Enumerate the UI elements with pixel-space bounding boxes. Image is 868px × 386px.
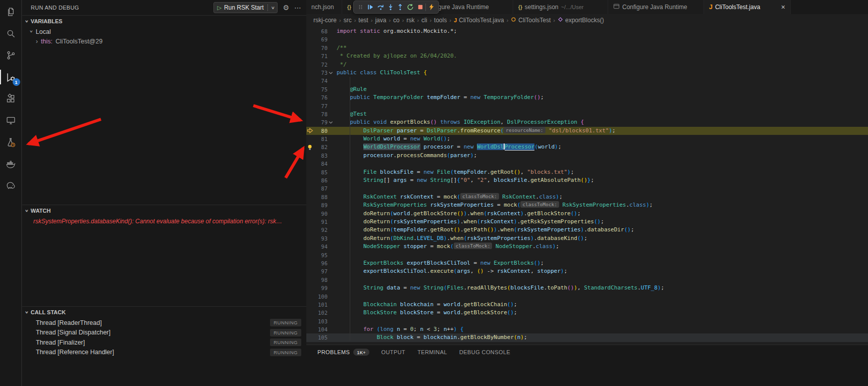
- code-text[interactable]: String[] args = new String[]{"0", "2", b…: [334, 176, 868, 184]
- line-number[interactable]: 94: [313, 243, 328, 251]
- line-number[interactable]: 79: [313, 118, 328, 126]
- breadcrumb-item[interactable]: java: [375, 17, 386, 24]
- tab-nch.json[interactable]: nch.json: [306, 0, 342, 14]
- line-number[interactable]: 70: [313, 44, 328, 52]
- line-number[interactable]: 78: [313, 110, 328, 118]
- code-text[interactable]: [334, 102, 868, 110]
- line-number[interactable]: 82: [313, 143, 328, 151]
- code-text[interactable]: DslParser parser = DslParser.fromResourc…: [334, 127, 868, 135]
- line-number[interactable]: 84: [313, 160, 328, 168]
- code-text[interactable]: ExportBlocks exportBlocksCliTool = new E…: [334, 259, 868, 267]
- watch-expression[interactable]: rskSystemProperties.databaseKind(): Cann…: [22, 216, 306, 225]
- line-number[interactable]: 91: [313, 218, 328, 226]
- line-number[interactable]: 76: [313, 93, 328, 102]
- tab-Configure Java Runtime[interactable]: Configure Java Runtime: [608, 0, 704, 14]
- breadcrumb-item[interactable]: cli: [421, 17, 427, 24]
- line-number[interactable]: 97: [313, 267, 328, 275]
- line-number[interactable]: 99: [313, 284, 328, 292]
- line-number[interactable]: 72: [313, 61, 328, 69]
- variables-section-header[interactable]: ∨ VARIABLES: [22, 16, 306, 27]
- debug-pointer-icon[interactable]: [306, 127, 313, 135]
- hot-code-replace-button[interactable]: [427, 2, 436, 12]
- code-text[interactable]: @Rule: [334, 85, 868, 93]
- line-number[interactable]: 105: [313, 333, 328, 342]
- search-icon[interactable]: [0, 23, 22, 44]
- code-text[interactable]: Blockchain blockchain = world.getBlockCh…: [334, 301, 868, 309]
- lightbulb-icon[interactable]: [306, 143, 313, 151]
- chevron-down-icon[interactable]: ∨: [270, 6, 275, 10]
- breadcrumb-item[interactable]: CliToolsTest: [511, 17, 551, 24]
- line-number[interactable]: 104: [313, 325, 328, 333]
- code-text[interactable]: NodeStopper stopper = mock(classToMock: …: [334, 243, 868, 251]
- fold-icon[interactable]: [328, 118, 334, 126]
- call-stack-section-header[interactable]: ∨ CALL STACK: [22, 307, 306, 318]
- testing-icon[interactable]: [0, 131, 22, 153]
- code-text[interactable]: [334, 293, 868, 301]
- code-text[interactable]: processor.processCommands(parser);: [334, 152, 868, 160]
- code-text[interactable]: String data = new String(Files.readAllBy…: [334, 284, 868, 292]
- step-into-button[interactable]: [386, 2, 395, 12]
- line-number[interactable]: 77: [313, 102, 328, 110]
- code-text[interactable]: [334, 251, 868, 259]
- drag-handle-button[interactable]: [356, 2, 365, 12]
- code-text[interactable]: Block block = blockchain.getBlockByNumbe…: [334, 333, 868, 342]
- line-number[interactable]: 102: [313, 309, 328, 317]
- line-number[interactable]: 103: [313, 317, 328, 325]
- breadcrumb-item[interactable]: tools: [434, 17, 447, 24]
- line-number[interactable]: 88: [313, 193, 328, 201]
- variables-scope-row[interactable]: ∨ Local: [22, 27, 306, 36]
- call-stack-row[interactable]: Thread [Reference Handler]RUNNING: [22, 348, 306, 358]
- line-number[interactable]: 74: [313, 77, 328, 85]
- source-control-icon[interactable]: [0, 44, 22, 66]
- tab-settings.json[interactable]: {}settings.json~/.../User: [513, 0, 608, 14]
- line-number[interactable]: 75: [313, 85, 328, 93]
- code-text[interactable]: public class CliToolsTest {: [334, 69, 868, 77]
- code-text[interactable]: File blocksFile = new File(tempFolder.ge…: [334, 168, 868, 176]
- gear-icon[interactable]: ⚙: [283, 4, 289, 12]
- fold-icon[interactable]: [328, 69, 334, 77]
- code-editor[interactable]: 68import static org.mockito.Mockito.*;69…: [306, 26, 868, 345]
- code-text[interactable]: public void exportBlocks() throws IOExce…: [334, 118, 868, 126]
- code-text[interactable]: [334, 77, 868, 85]
- code-text[interactable]: RskSystemProperties rskSystemProperties …: [334, 201, 868, 209]
- line-number[interactable]: 80: [313, 127, 328, 135]
- breadcrumb-item[interactable]: test: [358, 17, 368, 24]
- panel-tab-terminal[interactable]: TERMINAL: [417, 349, 447, 355]
- code-text[interactable]: @Test: [334, 110, 868, 118]
- line-number[interactable]: 87: [313, 184, 328, 192]
- code-text[interactable]: doReturn(world.getBlockStore()).when(rsk…: [334, 210, 868, 218]
- line-number[interactable]: 86: [313, 176, 328, 184]
- line-number[interactable]: 93: [313, 234, 328, 243]
- code-text[interactable]: public TemporaryFolder tempFolder = new …: [334, 93, 868, 102]
- breadcrumb-item[interactable]: JCliToolsTest.java: [454, 17, 504, 24]
- restart-button[interactable]: [406, 2, 415, 12]
- code-text[interactable]: exportBlocksCliTool.execute(args, () -> …: [334, 267, 868, 275]
- code-text[interactable]: doReturn(DbKind.LEVEL_DB).when(rskSystem…: [334, 234, 868, 243]
- tab-CliToolsTest.java[interactable]: JCliToolsTest.java×: [704, 0, 791, 14]
- code-text[interactable]: */: [334, 61, 868, 69]
- close-icon[interactable]: ×: [781, 4, 785, 11]
- line-number[interactable]: 90: [313, 210, 328, 218]
- call-stack-row[interactable]: Thread [Finalizer]RUNNING: [22, 337, 306, 348]
- line-number[interactable]: 71: [313, 52, 328, 60]
- step-over-button[interactable]: [376, 2, 385, 12]
- run-debug-icon[interactable]: 1: [0, 66, 22, 88]
- breadcrumb-item[interactable]: exportBlocks(): [558, 17, 604, 24]
- run-config-button[interactable]: ▷ Run RSK Start ∨: [213, 2, 278, 13]
- line-number[interactable]: 95: [313, 251, 328, 259]
- code-text[interactable]: * Created by ajlopez on 26/04/2020.: [334, 52, 868, 60]
- glyph-margin[interactable]: [306, 118, 313, 126]
- watch-section-header[interactable]: ∨ WATCH: [22, 205, 306, 216]
- call-stack-row[interactable]: Thread [ReaderThread]RUNNING: [22, 318, 306, 328]
- line-number[interactable]: 89: [313, 201, 328, 209]
- line-number[interactable]: 73: [313, 69, 328, 77]
- line-number[interactable]: 83: [313, 152, 328, 160]
- panel-tab-problems[interactable]: PROBLEMS1K+: [317, 349, 369, 356]
- continue-button[interactable]: [366, 2, 375, 12]
- line-number[interactable]: 100: [313, 293, 328, 301]
- line-number[interactable]: 96: [313, 259, 328, 267]
- line-number[interactable]: 101: [313, 301, 328, 309]
- breadcrumb-item[interactable]: rsk: [406, 17, 414, 24]
- variable-row[interactable]: › this: CliToolsTest@29: [22, 36, 306, 46]
- line-number[interactable]: 68: [313, 27, 328, 35]
